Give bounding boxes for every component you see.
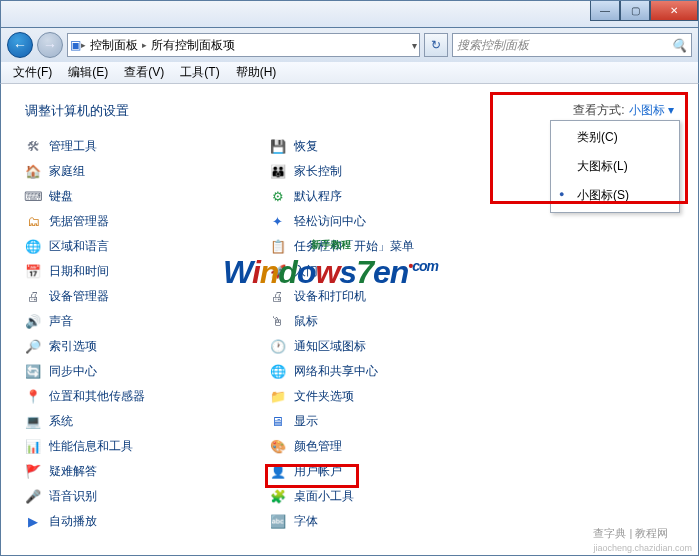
cpl-icon: 🏠 (25, 164, 41, 180)
cpl-item[interactable]: 📁文件夹选项 (270, 384, 499, 409)
cpl-item[interactable]: 🛠管理工具 (25, 134, 254, 159)
cpl-icon: 🖥 (270, 414, 286, 430)
forward-button[interactable]: → (37, 32, 63, 58)
cpl-item[interactable]: ▶自动播放 (25, 509, 254, 534)
cpl-item[interactable]: ⚙默认程序 (270, 184, 499, 209)
cpl-item[interactable]: ✦轻松访问中心 (270, 209, 499, 234)
cpl-item[interactable]: 🔤字体 (270, 509, 499, 534)
cpl-item[interactable]: 👪家长控制 (270, 159, 499, 184)
cpl-label: 管理工具 (49, 138, 97, 155)
cpl-label: 恢复 (294, 138, 318, 155)
cpl-label: 索引选项 (49, 338, 97, 355)
cpl-icon: 🖨 (270, 289, 286, 305)
content-area: 调整计算机的设置 查看方式: 小图标 ▾ 类别(C) 大图标(L) 小图标(S)… (0, 84, 699, 556)
cpl-label: 桌面小工具 (294, 488, 354, 505)
cpl-item[interactable]: 💻系统 (25, 409, 254, 434)
cpl-item[interactable]: 🖱鼠标 (270, 309, 499, 334)
breadcrumb-2[interactable]: 所有控制面板项 (147, 37, 239, 54)
cpl-label: 显示 (294, 413, 318, 430)
cpl-icon: ✦ (270, 214, 286, 230)
menu-tools[interactable]: 工具(T) (172, 62, 227, 83)
dropdown-opt-small[interactable]: 小图标(S) (553, 181, 677, 210)
cpl-label: 颜色管理 (294, 438, 342, 455)
search-box[interactable]: 搜索控制面板 🔍 (452, 33, 692, 57)
cpl-label: 通知区域图标 (294, 338, 366, 355)
cpl-item[interactable]: 🌐区域和语言 (25, 234, 254, 259)
cpl-item[interactable]: 🎨颜色管理 (270, 434, 499, 459)
cpl-icon: 🚀 (270, 264, 286, 280)
menu-file[interactable]: 文件(F) (5, 62, 60, 83)
cpl-item[interactable]: 🏠家庭组 (25, 159, 254, 184)
cpl-item[interactable]: 🧩桌面小工具 (270, 484, 499, 509)
cpl-icon: 👪 (270, 164, 286, 180)
control-panel-icon: ▣ (70, 38, 81, 52)
cpl-item[interactable]: 🔄同步中心 (25, 359, 254, 384)
cpl-item[interactable]: 🕐通知区域图标 (270, 334, 499, 359)
cpl-item[interactable]: 🚀入门 (270, 259, 499, 284)
cpl-item[interactable]: 🎤语音识别 (25, 484, 254, 509)
maximize-button[interactable]: ▢ (620, 1, 650, 21)
cpl-icon: 🌐 (25, 239, 41, 255)
cpl-label: 声音 (49, 313, 73, 330)
cpl-label: 疑难解答 (49, 463, 97, 480)
cpl-icon: 🔊 (25, 314, 41, 330)
search-placeholder: 搜索控制面板 (457, 37, 529, 54)
cpl-label: 字体 (294, 513, 318, 530)
cpl-label: 家长控制 (294, 163, 342, 180)
cpl-item[interactable]: 🌐网络和共享中心 (270, 359, 499, 384)
menu-help[interactable]: 帮助(H) (228, 62, 285, 83)
dropdown-opt-large[interactable]: 大图标(L) (553, 152, 677, 181)
close-button[interactable]: ✕ (650, 1, 698, 21)
cpl-label: 语音识别 (49, 488, 97, 505)
cpl-label: 设备和打印机 (294, 288, 366, 305)
cpl-item[interactable]: 🖥显示 (270, 409, 499, 434)
cpl-item[interactable]: 🚩疑难解答 (25, 459, 254, 484)
cpl-item[interactable]: 👤用户帐户 (270, 459, 499, 484)
cpl-item[interactable]: 📊性能信息和工具 (25, 434, 254, 459)
menu-bar: 文件(F) 编辑(E) 查看(V) 工具(T) 帮助(H) (0, 62, 699, 84)
cpl-icon: 🛠 (25, 139, 41, 155)
column-2: 💾恢复👪家长控制⚙默认程序✦轻松访问中心📋任务栏和「开始」菜单🚀入门🖨设备和打印… (270, 134, 499, 534)
cpl-label: 性能信息和工具 (49, 438, 133, 455)
cpl-icon: 🔄 (25, 364, 41, 380)
cpl-item[interactable]: ⌨键盘 (25, 184, 254, 209)
cpl-label: 鼠标 (294, 313, 318, 330)
cpl-icon: 🌐 (270, 364, 286, 380)
menu-edit[interactable]: 编辑(E) (60, 62, 116, 83)
cpl-icon: 🗂 (25, 214, 41, 230)
cpl-icon: 📅 (25, 264, 41, 280)
cpl-label: 同步中心 (49, 363, 97, 380)
cpl-item[interactable]: 💾恢复 (270, 134, 499, 159)
cpl-item[interactable]: 📋任务栏和「开始」菜单 (270, 234, 499, 259)
cpl-icon: 🕐 (270, 339, 286, 355)
cpl-icon: ⚙ (270, 189, 286, 205)
back-button[interactable]: ← (7, 32, 33, 58)
cpl-item[interactable]: 🔊声音 (25, 309, 254, 334)
address-dropdown-icon[interactable]: ▾ (412, 40, 417, 51)
cpl-icon: ▶ (25, 514, 41, 530)
cpl-item[interactable]: 📍位置和其他传感器 (25, 384, 254, 409)
view-by: 查看方式: 小图标 ▾ (573, 102, 674, 119)
menu-view[interactable]: 查看(V) (116, 62, 172, 83)
cpl-label: 位置和其他传感器 (49, 388, 145, 405)
cpl-icon: 📁 (270, 389, 286, 405)
address-bar[interactable]: ▣ ▸ 控制面板 ▸ 所有控制面板项 ▾ (67, 33, 420, 57)
cpl-item[interactable]: 📅日期和时间 (25, 259, 254, 284)
cpl-label: 轻松访问中心 (294, 213, 366, 230)
cpl-icon: 🎨 (270, 439, 286, 455)
cpl-item[interactable]: 🔎索引选项 (25, 334, 254, 359)
minimize-button[interactable]: — (590, 1, 620, 21)
cpl-item[interactable]: 🖨设备和打印机 (270, 284, 499, 309)
cpl-item[interactable]: 🗂凭据管理器 (25, 209, 254, 234)
cpl-icon: 📋 (270, 239, 286, 255)
dropdown-opt-category[interactable]: 类别(C) (553, 123, 677, 152)
cpl-icon: 👤 (270, 464, 286, 480)
breadcrumb-1[interactable]: 控制面板 (86, 37, 142, 54)
refresh-button[interactable]: ↻ (424, 33, 448, 57)
cpl-icon: 🔎 (25, 339, 41, 355)
cpl-label: 文件夹选项 (294, 388, 354, 405)
cpl-icon: 💻 (25, 414, 41, 430)
cpl-label: 系统 (49, 413, 73, 430)
cpl-item[interactable]: 🖨设备管理器 (25, 284, 254, 309)
view-by-value[interactable]: 小图标 ▾ (629, 102, 674, 119)
